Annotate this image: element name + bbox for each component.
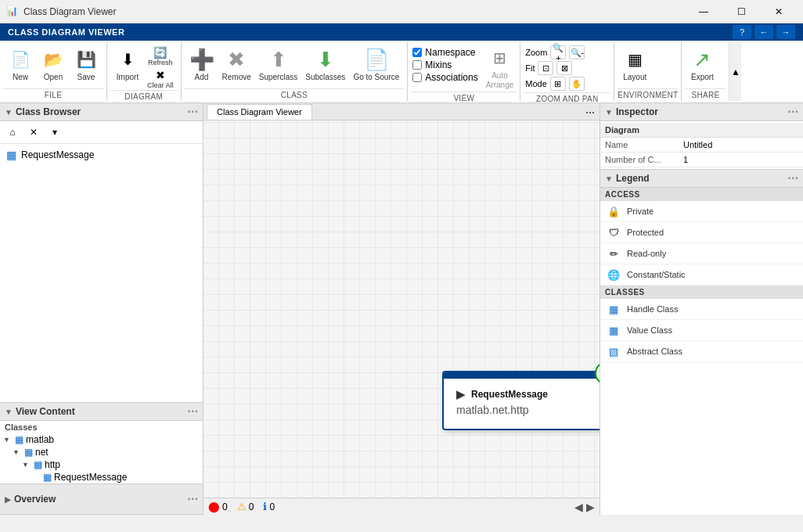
ribbon-group-share: ↗ Export SHARE [682,42,729,101]
warning-count: 0 [249,501,254,512]
inspector-val-name[interactable]: Untitled [679,138,803,153]
save-label: Save [77,73,95,82]
ribbon-collapse-button[interactable]: ▲ [729,42,741,101]
add-button[interactable]: ➕ Add [186,45,218,84]
associations-checkbox-item[interactable]: Associations [412,72,477,83]
info-status: ℹ 0 [263,501,275,512]
tree-item-http[interactable]: ▼ ▦ http [19,458,203,471]
minimize-button[interactable]: — [686,0,722,23]
namespace-checkbox[interactable] [412,48,422,57]
refresh-label: Refresh [148,59,173,66]
fit-button[interactable]: ⊡ [538,61,553,75]
mixins-label: Mixins [425,59,452,70]
open-button[interactable]: 📂 Open [38,45,69,84]
layout-button[interactable]: ▦ Layout [619,45,650,84]
share-group-label: SHARE [685,88,726,99]
class-node-requestmessage[interactable]: ▶ RequestMessage matlab.net.http [442,371,600,430]
info-count: 0 [269,501,275,512]
overview-menu[interactable]: ⋯ [187,493,198,505]
ribbon-group-zoom: Zoom 🔍+ 🔍- Fit ⊡ ⊠ Mode ⊞ ✋ ZOOM AND PAN [520,42,614,101]
maximize-button[interactable]: ☐ [723,0,759,23]
canvas-tab-bar: Class Diagram Viewer ⋯ [203,103,600,120]
view-content-menu[interactable]: ⋯ [187,405,198,418]
inspector-header: ▼ Inspector ⋯ [600,103,803,121]
canvas-content[interactable]: + ▶ RequestMessage matlab.net.http [203,120,600,498]
save-button[interactable]: 💾 Save [70,45,102,84]
export-button[interactable]: ↗ Export [686,45,718,84]
share-buttons: ↗ Export [685,44,726,88]
source-icon: 📄 [364,47,389,72]
mixins-checkbox-item[interactable]: Mixins [412,59,477,70]
new-button[interactable]: 📄 New [5,45,36,84]
classes-section-header: Classes [0,421,203,433]
class-item-requestmessage[interactable]: ▦ RequestMessage [3,147,200,163]
mode-btn2[interactable]: ✋ [569,77,585,91]
ribbon-group-diagram: ⬇ Import 🔄 Refresh ✖ Clear All DIAGRAM [107,42,182,101]
class-browser-title: Class Browser [16,106,187,117]
class-browser-home-btn[interactable]: ⌂ [3,124,22,141]
superclass-button[interactable]: ⬆ Superclass [256,45,301,84]
class-name-text: RequestMessage [471,389,548,400]
mixins-checkbox[interactable] [412,60,422,70]
readonly-label: Read-only [627,249,666,258]
error-count: 0 [222,501,228,512]
class-browser-close-btn[interactable]: ✕ [24,124,43,141]
mode-btn1[interactable]: ⊞ [550,77,566,91]
scroll-left-button[interactable]: ◀ [574,501,583,513]
legend-item-abstract: ▧ Abstract Class [600,341,803,362]
inspector-row-count: Number of C... 1 [600,153,803,167]
class-browser-dropdown-btn[interactable]: ▾ [45,124,64,141]
abstract-class-icon: ▧ [607,344,621,358]
tree-item-matlab[interactable]: ▼ ▦ matlab [0,433,203,446]
auto-arrange-button[interactable]: ⊞ AutoArrange [483,44,517,92]
ribbon-group-environment: ▦ Layout ENVIRONMENT [614,42,682,101]
view-content-collapse-icon: ▼ [5,408,13,416]
status-bar: ⬤ 0 ⚠ 0 ℹ 0 ◀ ▶ [203,498,600,515]
legend-panel: ▼ Legend ⋯ ACCESS 🔒 Private 🛡 Protected … [600,169,803,515]
mode-label: Mode [525,79,547,88]
remove-button[interactable]: ✖ Remove [219,45,254,84]
diagram-group-label: DIAGRAM [110,90,178,101]
forward-button[interactable]: → [776,25,795,39]
zoom-out-button[interactable]: 🔍- [569,45,585,59]
warning-status: ⚠ 0 [237,501,254,512]
inspector-menu[interactable]: ⋯ [787,106,798,118]
refresh-icon: 🔄 [153,46,167,59]
class-browser-header: ▼ Class Browser ⋯ [0,103,203,121]
legend-collapse-icon: ▼ [605,174,613,183]
legend-menu[interactable]: ⋯ [787,172,798,185]
class-browser-menu[interactable]: ⋯ [187,106,198,118]
namespace-label: Namespace [425,47,475,58]
export-label: Export [691,73,714,82]
canvas-menu-button[interactable]: ⋯ [585,107,595,118]
tree-item-requestmessage[interactable]: ▦ RequestMessage [28,471,203,483]
clear-label: Clear All [147,81,174,89]
left-panel: ▼ Class Browser ⋯ ⌂ ✕ ▾ ▦ RequestMessage… [0,103,203,515]
save-icon: 💾 [74,47,99,72]
close-button[interactable]: ✕ [761,0,797,23]
net-expand-arrow: ▼ [13,448,22,456]
import-label: Import [117,73,139,82]
class-expand-arrow[interactable]: ▶ [456,388,465,401]
associations-checkbox[interactable] [412,73,422,82]
scroll-right-button[interactable]: ▶ [586,501,595,513]
canvas-tab[interactable]: Class Diagram Viewer [207,104,312,120]
clear-all-button[interactable]: ✖ Clear All [145,68,176,90]
help-button[interactable]: ? [733,25,751,39]
fit-width-button[interactable]: ⊠ [556,61,572,75]
import-button[interactable]: ⬇ Import [112,45,143,84]
diagram-buttons: ⬇ Import 🔄 Refresh ✖ Clear All [110,44,178,90]
namespace-checkbox-item[interactable]: Namespace [412,47,477,58]
canvas-area: Class Diagram Viewer ⋯ + ▶ RequestMessag… [203,103,600,515]
subclasses-button[interactable]: ⬇ Subclasses [302,45,348,84]
associations-label: Associations [425,72,477,83]
back-button[interactable]: ← [754,25,773,39]
go-to-source-button[interactable]: 📄 Go to Source [350,45,402,84]
class-browser-content: ▦ RequestMessage [0,144,203,402]
view-content-title: View Content [16,406,187,417]
tree-item-net[interactable]: ▼ ▦ net [9,446,203,458]
overview-panel: ▶ Overview ⋯ [0,483,203,515]
refresh-button[interactable]: 🔄 Refresh [145,45,176,67]
zoom-in-button[interactable]: 🔍+ [550,45,566,59]
class-tree: ▼ ▦ matlab ▼ ▦ net ▼ ▦ http ▦ Requ [0,433,203,483]
